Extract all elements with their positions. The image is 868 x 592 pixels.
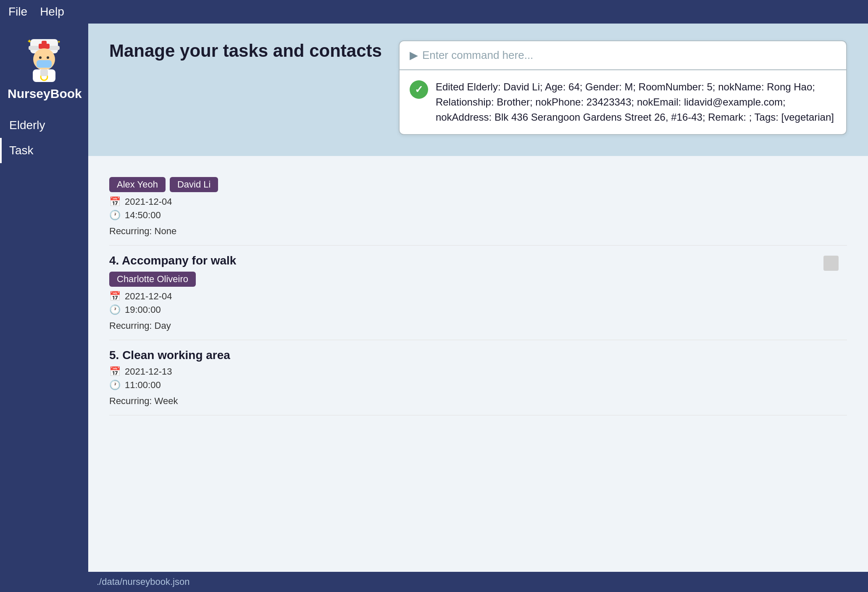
- task-item: Alex Yeoh David Li 📅 2021-12-04 🕐 14:50:…: [109, 169, 847, 246]
- svg-point-7: [39, 56, 42, 59]
- task-date: 2021-12-04: [125, 291, 172, 302]
- task-time-row: 🕐 11:00:00: [109, 380, 847, 391]
- task-tag: David Li: [170, 177, 218, 192]
- task-checkbox[interactable]: [823, 256, 839, 271]
- command-result-box: Edited Elderly: David Li; Age: 64; Gende…: [399, 70, 847, 135]
- task-time: 19:00:00: [125, 304, 161, 315]
- task-date-row: 📅 2021-12-13: [109, 366, 847, 377]
- task-list[interactable]: Alex Yeoh David Li 📅 2021-12-04 🕐 14:50:…: [88, 156, 868, 572]
- command-input-box[interactable]: ▶ Enter command here...: [399, 40, 847, 70]
- task-time-row: 🕐 19:00:00: [109, 304, 847, 315]
- task-title: 5. Clean working area: [109, 349, 847, 362]
- svg-rect-3: [39, 44, 50, 49]
- task-meta: 📅 2021-12-04 🕐 14:50:00 Recurring: None: [109, 196, 847, 237]
- menu-help[interactable]: Help: [40, 5, 64, 18]
- task-tags: Alex Yeoh David Li: [109, 177, 847, 192]
- content-area: Manage your tasks and contacts ▶ Enter c…: [88, 24, 868, 592]
- sidebar-title: NurseyBook: [0, 87, 88, 113]
- task-recurring: Recurring: None: [109, 226, 847, 237]
- task-time: 11:00:00: [125, 380, 161, 391]
- result-text: Edited Elderly: David Li; Age: 64; Gende…: [436, 79, 836, 125]
- command-section: ▶ Enter command here... Edited Elderly: …: [399, 40, 847, 135]
- task-title: 4. Accompany for walk: [109, 254, 847, 267]
- svg-point-8: [47, 56, 49, 59]
- task-recurring: Recurring: Day: [109, 320, 847, 331]
- task-tag: Charlotte Oliveiro: [109, 272, 196, 287]
- sidebar: ✦ ✦ NurseyBook Elderly Task: [0, 24, 88, 592]
- status-text: ./data/nurseybook.json: [97, 576, 189, 587]
- task-meta: 📅 2021-12-13 🕐 11:00:00 Recurring: Week: [109, 366, 847, 407]
- clock-icon: 🕐: [109, 304, 121, 315]
- task-meta: 📅 2021-12-04 🕐 19:00:00 Recurring: Day: [109, 291, 847, 331]
- menu-file[interactable]: File: [8, 5, 27, 18]
- clock-icon: 🕐: [109, 380, 121, 391]
- task-date-row: 📅 2021-12-04: [109, 196, 847, 207]
- calendar-icon: 📅: [109, 366, 121, 377]
- task-time: 14:50:00: [125, 210, 161, 221]
- top-panel: Manage your tasks and contacts ▶ Enter c…: [88, 24, 868, 156]
- svg-rect-12: [40, 69, 48, 76]
- task-date: 2021-12-13: [125, 366, 172, 377]
- status-bar: ./data/nurseybook.json: [88, 572, 868, 592]
- task-item: 4. Accompany for walk Charlotte Oliveiro…: [109, 246, 847, 340]
- avatar: ✦ ✦: [21, 34, 67, 80]
- prompt-icon: ▶: [410, 49, 418, 62]
- task-tags: Charlotte Oliveiro: [109, 272, 847, 287]
- svg-rect-9: [37, 60, 52, 68]
- svg-text:✦: ✦: [57, 40, 60, 44]
- task-time-row: 🕐 14:50:00: [109, 210, 847, 221]
- sidebar-item-task[interactable]: Task: [0, 138, 88, 163]
- result-check-icon: [410, 80, 428, 99]
- command-placeholder: Enter command here...: [422, 49, 836, 62]
- menu-bar: File Help: [0, 0, 868, 24]
- svg-text:✦: ✦: [27, 38, 32, 45]
- task-tag: Alex Yeoh: [109, 177, 166, 192]
- clock-icon: 🕐: [109, 210, 121, 221]
- main-layout: ✦ ✦ NurseyBook Elderly Task: [0, 24, 868, 592]
- task-recurring: Recurring: Week: [109, 396, 847, 407]
- page-heading: Manage your tasks and contacts: [109, 40, 382, 61]
- task-date: 2021-12-04: [125, 196, 172, 207]
- sidebar-item-elderly[interactable]: Elderly: [0, 113, 88, 138]
- calendar-icon: 📅: [109, 291, 121, 302]
- sidebar-nav: Elderly Task: [0, 113, 88, 163]
- calendar-icon: 📅: [109, 196, 121, 207]
- task-date-row: 📅 2021-12-04: [109, 291, 847, 302]
- task-item: 5. Clean working area 📅 2021-12-13 🕐 11:…: [109, 340, 847, 415]
